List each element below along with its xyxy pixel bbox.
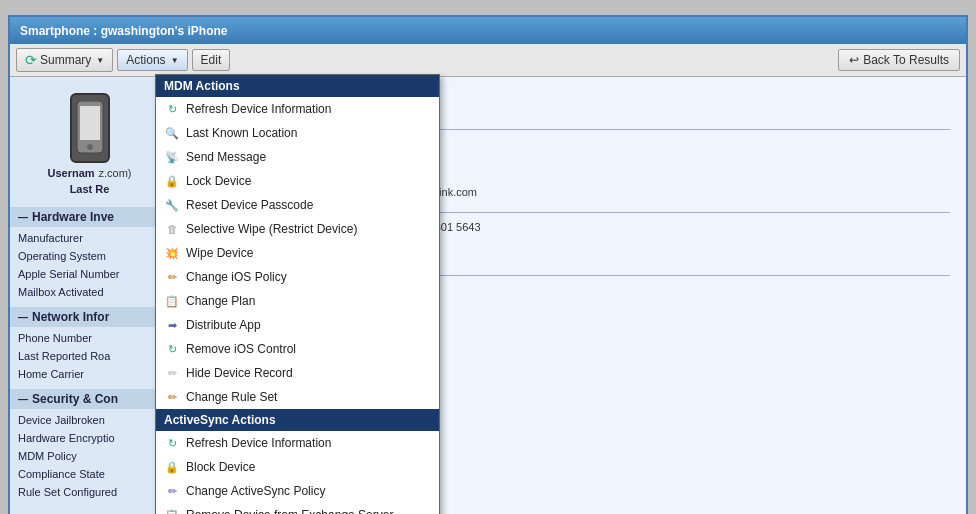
- reset-icon: 🔧: [164, 197, 180, 213]
- network-section-header[interactable]: — Network Infor: [10, 307, 169, 327]
- menu-item-block-device[interactable]: 🔒 Block Device: [156, 455, 439, 479]
- back-label: Back To Results: [863, 53, 949, 67]
- actions-arrow-icon: ▼: [171, 56, 179, 65]
- network-section-label: Network Infor: [32, 310, 109, 324]
- menu-item-label: Change ActiveSync Policy: [186, 484, 325, 498]
- menu-item-label: Lock Device: [186, 174, 251, 188]
- device-info-box: Usernam z.com) Last Re: [10, 85, 169, 203]
- content-area: Usernam z.com) Last Re — Hardware Inve M…: [10, 77, 966, 514]
- menu-item-send-message[interactable]: 📡 Send Message: [156, 145, 439, 169]
- activesync-refresh-icon: ↻: [164, 435, 180, 451]
- location-icon: 🔍: [164, 125, 180, 141]
- menu-item-label: Change iOS Policy: [186, 270, 287, 284]
- menu-item-refresh-device-info[interactable]: ↻ Refresh Device Information: [156, 97, 439, 121]
- summary-arrow-icon: ▼: [96, 56, 104, 65]
- main-window: Smartphone : gwashington's iPhone ⟳ Summ…: [8, 15, 968, 514]
- summary-label: Summary: [40, 53, 91, 67]
- field-last-reported-roam[interactable]: Last Reported Roa: [10, 347, 169, 365]
- menu-item-label: Refresh Device Information: [186, 102, 331, 116]
- security-toggle-icon: —: [18, 394, 28, 405]
- menu-item-hide-device-record[interactable]: ✏ Hide Device Record: [156, 361, 439, 385]
- menu-item-change-activesync-policy[interactable]: ✏ Change ActiveSync Policy: [156, 479, 439, 503]
- remove-from-exchange-icon: 📋: [164, 507, 180, 514]
- hardware-fields: Manufacturer Operating System Apple Seri…: [10, 227, 169, 303]
- field-rule-set-configured[interactable]: Rule Set Configured: [10, 483, 169, 501]
- wipe-device-icon: 💥: [164, 245, 180, 261]
- username-val: z.com): [99, 167, 132, 179]
- lock-icon: 🔒: [164, 173, 180, 189]
- svg-rect-1: [80, 106, 100, 140]
- menu-item-selective-wipe[interactable]: 🗑 Selective Wipe (Restrict Device): [156, 217, 439, 241]
- summary-icon: ⟳: [25, 52, 37, 68]
- menu-item-change-ios-policy[interactable]: ✏ Change iOS Policy: [156, 265, 439, 289]
- menu-item-lock-device[interactable]: 🔒 Lock Device: [156, 169, 439, 193]
- menu-item-reset-passcode[interactable]: 🔧 Reset Device Passcode: [156, 193, 439, 217]
- hardware-section-label: Hardware Inve: [32, 210, 114, 224]
- menu-item-distribute-app[interactable]: ➡ Distribute App: [156, 313, 439, 337]
- field-mailbox-activated[interactable]: Mailbox Activated: [10, 283, 169, 301]
- field-compliance-state[interactable]: Compliance State: [10, 465, 169, 483]
- menu-item-remove-ios-control[interactable]: ↻ Remove iOS Control: [156, 337, 439, 361]
- hardware-toggle-icon: —: [18, 212, 28, 223]
- security-section-label: Security & Con: [32, 392, 118, 406]
- hardware-section-header[interactable]: — Hardware Inve: [10, 207, 169, 227]
- menu-item-last-known-location[interactable]: 🔍 Last Known Location: [156, 121, 439, 145]
- menu-item-remove-from-exchange[interactable]: 📋 Remove Device from Exchange Server: [156, 503, 439, 514]
- hide-device-icon: ✏: [164, 365, 180, 381]
- remove-ios-control-icon: ↻: [164, 341, 180, 357]
- menu-item-label: Send Message: [186, 150, 266, 164]
- change-ios-policy-icon: ✏: [164, 269, 180, 285]
- menu-item-label: Remove Device from Exchange Server: [186, 508, 393, 514]
- window-title: Smartphone : gwashington's iPhone: [20, 24, 228, 38]
- message-icon: 📡: [164, 149, 180, 165]
- change-rule-set-icon: ✏: [164, 389, 180, 405]
- network-fields: Phone Number Last Reported Roa Home Carr…: [10, 327, 169, 385]
- menu-item-label: Distribute App: [186, 318, 261, 332]
- field-device-jailbroken[interactable]: Device Jailbroken: [10, 411, 169, 429]
- field-hardware-encryption[interactable]: Hardware Encryptio: [10, 429, 169, 447]
- security-section-header[interactable]: — Security & Con: [10, 389, 169, 409]
- edit-button[interactable]: Edit: [192, 49, 231, 71]
- title-bar: Smartphone : gwashington's iPhone: [10, 17, 966, 44]
- menu-item-label: Remove iOS Control: [186, 342, 296, 356]
- menu-item-wipe-device[interactable]: 💥 Wipe Device: [156, 241, 439, 265]
- menu-item-label: Change Rule Set: [186, 390, 277, 404]
- svg-point-2: [87, 144, 93, 150]
- back-to-results-button[interactable]: ↩ Back To Results: [838, 49, 960, 71]
- selective-wipe-icon: 🗑: [164, 221, 180, 237]
- menu-item-label: Wipe Device: [186, 246, 253, 260]
- back-icon: ↩: [849, 53, 859, 67]
- menu-item-label: Change Plan: [186, 294, 255, 308]
- activesync-actions-header: ActiveSync Actions: [156, 409, 439, 431]
- refresh-icon: ↻: [164, 101, 180, 117]
- mdm-actions-header: MDM Actions: [156, 75, 439, 97]
- summary-button[interactable]: ⟳ Summary ▼: [16, 48, 113, 72]
- field-home-carrier[interactable]: Home Carrier: [10, 365, 169, 383]
- last-report-label: Last Re: [70, 183, 110, 195]
- username-label: Usernam: [47, 167, 94, 179]
- menu-item-change-plan[interactable]: 📋 Change Plan: [156, 289, 439, 313]
- menu-item-change-rule-set[interactable]: ✏ Change Rule Set: [156, 385, 439, 409]
- change-plan-icon: 📋: [164, 293, 180, 309]
- change-activesync-policy-icon: ✏: [164, 483, 180, 499]
- field-operating-system[interactable]: Operating System: [10, 247, 169, 265]
- actions-dropdown-menu: MDM Actions ↻ Refresh Device Information…: [155, 74, 440, 514]
- menu-item-activesync-refresh[interactable]: ↻ Refresh Device Information: [156, 431, 439, 455]
- actions-label: Actions: [126, 53, 165, 67]
- security-fields: Device Jailbroken Hardware Encryptio MDM…: [10, 409, 169, 503]
- left-panel: Usernam z.com) Last Re — Hardware Inve M…: [10, 77, 170, 514]
- block-device-icon: 🔒: [164, 459, 180, 475]
- menu-item-label: Refresh Device Information: [186, 436, 331, 450]
- field-manufacturer[interactable]: Manufacturer: [10, 229, 169, 247]
- toolbar: ⟳ Summary ▼ Actions ▼ Edit MDM Actions ↻…: [10, 44, 966, 77]
- menu-item-label: Reset Device Passcode: [186, 198, 313, 212]
- edit-label: Edit: [201, 53, 222, 67]
- network-toggle-icon: —: [18, 312, 28, 323]
- menu-item-label: Selective Wipe (Restrict Device): [186, 222, 357, 236]
- field-mdm-policy[interactable]: MDM Policy: [10, 447, 169, 465]
- actions-button[interactable]: Actions ▼: [117, 49, 187, 71]
- field-phone-number[interactable]: Phone Number: [10, 329, 169, 347]
- menu-item-label: Last Known Location: [186, 126, 297, 140]
- field-apple-serial[interactable]: Apple Serial Number: [10, 265, 169, 283]
- device-icon: [70, 93, 110, 163]
